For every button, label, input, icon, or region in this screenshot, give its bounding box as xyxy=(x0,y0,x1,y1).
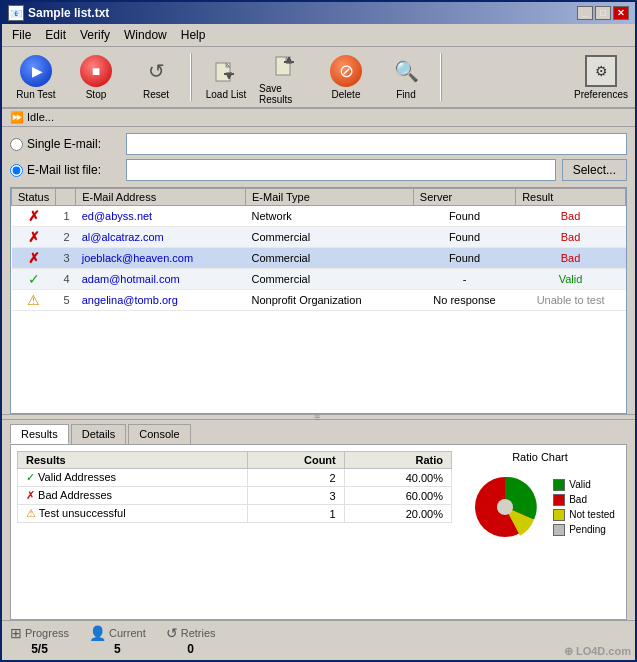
stop-button[interactable]: Stop xyxy=(68,51,124,103)
legend-valid-label: Valid xyxy=(569,479,591,490)
result-ratio-cell: 20.00% xyxy=(344,505,451,523)
status-icon-bad: ✗ xyxy=(28,229,40,245)
progress-status: ⊞ Progress 5/5 xyxy=(10,625,69,656)
list-file-radio[interactable] xyxy=(10,164,23,177)
list-file-input[interactable]: Sample list.txt xyxy=(126,159,556,181)
table-row[interactable]: ✗ 2 al@alcatraz.com Commercial Found Bad xyxy=(12,227,626,248)
result-ratio-cell: 60.00% xyxy=(344,487,451,505)
save-results-button[interactable]: Save Results xyxy=(258,51,314,103)
svg-point-7 xyxy=(497,499,513,515)
table-row[interactable]: ✗ 1 ed@abyss.net Network Found Bad xyxy=(12,206,626,227)
legend-bad: Bad xyxy=(553,494,615,506)
current-status: 👤 Current 5 xyxy=(89,625,146,656)
status-icon-valid: ✓ xyxy=(28,271,40,287)
table-row[interactable]: ✓ 4 adam@hotmail.com Commercial - Valid xyxy=(12,269,626,290)
delete-button[interactable]: Delete xyxy=(318,51,374,103)
current-value: 5 xyxy=(114,642,121,656)
single-email-radio[interactable] xyxy=(10,138,23,151)
find-button[interactable]: 🔍 Find xyxy=(378,51,434,103)
header-server: Server xyxy=(413,189,515,206)
result-cell: Bad xyxy=(516,227,626,248)
select-button[interactable]: Select... xyxy=(562,159,627,181)
result-count-cell: 3 xyxy=(248,487,344,505)
run-test-label: Run Test xyxy=(16,89,55,100)
delete-label: Delete xyxy=(332,89,361,100)
email-cell: ed@abyss.net xyxy=(76,206,246,227)
list-file-label[interactable]: E-Mail list file: xyxy=(10,163,120,177)
results-header-count: Count xyxy=(248,452,344,469)
run-test-button[interactable]: Run Test xyxy=(8,51,64,103)
server-cell: No response xyxy=(413,290,515,311)
reset-icon: ↺ xyxy=(140,55,172,87)
menu-window[interactable]: Window xyxy=(118,26,173,44)
legend-pending-color xyxy=(553,524,565,536)
reset-button[interactable]: ↺ Reset xyxy=(128,51,184,103)
num-cell: 4 xyxy=(56,269,76,290)
type-cell: Commercial xyxy=(245,269,413,290)
window-title: Sample list.txt xyxy=(28,6,109,20)
header-type: E-Mail Type xyxy=(245,189,413,206)
type-cell: Commercial xyxy=(245,248,413,269)
num-cell: 3 xyxy=(56,248,76,269)
menu-edit[interactable]: Edit xyxy=(39,26,72,44)
window-icon: 📧 xyxy=(8,5,24,21)
tab-results[interactable]: Results xyxy=(10,424,69,444)
header-email: E-Mail Address xyxy=(76,189,246,206)
legend-pending-label: Pending xyxy=(569,524,606,535)
result-cell: Bad xyxy=(516,206,626,227)
result-label-cell: ✗ Bad Addresses xyxy=(18,487,248,505)
result-count-cell: 2 xyxy=(248,469,344,487)
close-button[interactable]: ✕ xyxy=(613,6,629,20)
result-cell: Bad xyxy=(516,248,626,269)
result-check-icon: ✓ xyxy=(26,471,35,483)
tab-details[interactable]: Details xyxy=(71,424,127,444)
svg-rect-5 xyxy=(284,61,294,63)
legend-not-tested: Not tested xyxy=(553,509,615,521)
result-cell: Valid xyxy=(516,269,626,290)
run-icon xyxy=(20,55,52,87)
legend-pending: Pending xyxy=(553,524,615,536)
maximize-button[interactable]: □ xyxy=(595,6,611,20)
email-cell: angelina@tomb.org xyxy=(76,290,246,311)
tabs-bar: Results Details Console xyxy=(2,420,635,444)
current-label-row: 👤 Current xyxy=(89,625,146,641)
status-cell: ✗ xyxy=(12,248,56,269)
retries-status: ↺ Retries 0 xyxy=(166,625,216,656)
server-cell: Found xyxy=(413,206,515,227)
single-email-input[interactable] xyxy=(126,133,627,155)
progress-icon: ⊞ xyxy=(10,625,22,641)
progress-value: 5/5 xyxy=(31,642,48,656)
results-header-name: Results xyxy=(18,452,248,469)
header-result: Result xyxy=(516,189,626,206)
header-status: Status xyxy=(12,189,56,206)
menu-verify[interactable]: Verify xyxy=(74,26,116,44)
num-cell: 2 xyxy=(56,227,76,248)
single-email-row: Single E-mail: xyxy=(10,133,627,155)
single-email-label[interactable]: Single E-mail: xyxy=(10,137,120,151)
menu-help[interactable]: Help xyxy=(175,26,212,44)
tab-console[interactable]: Console xyxy=(128,424,190,444)
legend-bad-color xyxy=(553,494,565,506)
bottom-status-bar: ⊞ Progress 5/5 👤 Current 5 ↺ Retries 0 xyxy=(2,620,635,660)
status-cell: ⚠ xyxy=(12,290,56,311)
num-cell: 5 xyxy=(56,290,76,311)
header-num xyxy=(56,189,76,206)
find-label: Find xyxy=(396,89,415,100)
result-x-icon: ✗ xyxy=(26,489,35,501)
menu-file[interactable]: File xyxy=(6,26,37,44)
preferences-button[interactable]: ⚙ Preferences xyxy=(573,51,629,103)
minimize-button[interactable]: _ xyxy=(577,6,593,20)
delete-icon xyxy=(330,55,362,87)
toolbar: Run Test Stop ↺ Reset xyxy=(2,47,635,109)
table-row[interactable]: ✗ 3 joeblack@heaven.com Commercial Found… xyxy=(12,248,626,269)
progress-label: Progress xyxy=(25,627,69,639)
status-icon-bad: ✗ xyxy=(28,250,40,266)
load-list-button[interactable]: Load List xyxy=(198,51,254,103)
status-text: ⏩ Idle... xyxy=(10,111,54,124)
toolbar-separator-2 xyxy=(440,53,442,101)
list-file-row: E-Mail list file: Sample list.txt Select… xyxy=(10,159,627,181)
num-cell: 1 xyxy=(56,206,76,227)
legend-bad-label: Bad xyxy=(569,494,587,505)
table-row[interactable]: ⚠ 5 angelina@tomb.org Nonprofit Organiza… xyxy=(12,290,626,311)
stop-label: Stop xyxy=(86,89,107,100)
